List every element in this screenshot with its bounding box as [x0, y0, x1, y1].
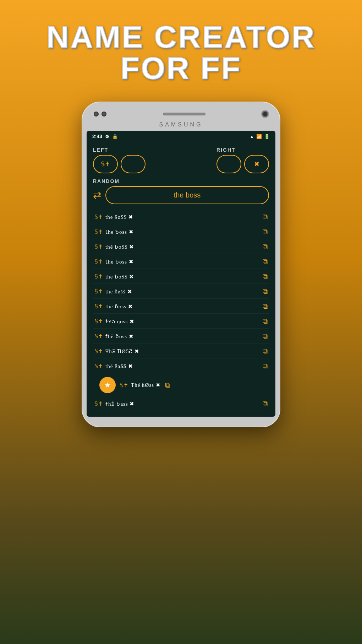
list-item: 𝕊✝ ƭhë ɓöss ✖ ⧉ — [93, 329, 269, 343]
status-time: 2:43 — [92, 134, 102, 139]
result-name: ƭhë ɓöss ✖ — [105, 333, 134, 340]
item-prefix-symbol: 𝕊✝ — [94, 333, 103, 340]
lr-container: LEFT 𝕊✝ RIGHT — [93, 147, 269, 173]
copy-icon[interactable]: ⧉ — [263, 243, 268, 251]
copy-icon[interactable]: ⧉ — [263, 317, 268, 325]
copy-icon[interactable]: ⧉ — [263, 332, 268, 340]
item-prefix-symbol: 𝕊✝ — [94, 273, 103, 280]
settings-icon: ⚙ — [105, 134, 109, 139]
copy-icon[interactable]: ⧉ — [263, 228, 268, 236]
item-prefix-symbol: 𝕊✝ — [94, 228, 103, 235]
result-name: the ßøšš ✖ — [105, 288, 132, 295]
result-text: 𝕊✝ ɬʏǝ qoss ✖ — [94, 318, 135, 325]
result-name: the ƅo$$ ✖ — [105, 274, 134, 280]
result-name: the ɓoss ✖ — [105, 303, 133, 310]
symbol-icon-4: ✖ — [254, 160, 259, 168]
app-content: LEFT 𝕊✝ RIGHT — [87, 141, 275, 417]
phone-screen: 2:43 ⚙ 🔒 ▲ 📶 🔋 LEFT — [87, 131, 275, 417]
item-prefix-symbol: 𝕊✝ — [94, 213, 103, 220]
results-list: 𝕊✝ the ßø$$ ✖ ⧉ 𝕊✝ ƭhe ƅoss ✖ ⧉ — [93, 210, 269, 373]
list-item: 𝕊✝ the ƅo$$ ✖ ⧉ — [93, 270, 269, 284]
copy-icon[interactable]: ⧉ — [263, 347, 268, 355]
phone-wrapper: SAMSUNG 2:43 ⚙ 🔒 ▲ 📶 🔋 — [0, 102, 362, 427]
result-text: 𝕊✝ ƭhe ƅoss ✖ — [94, 228, 134, 235]
result-name-bottom: Ŧhé ßØss ✖ — [131, 382, 161, 388]
result-text: 𝕊✝ ƭhe ɓoss ✖ — [94, 258, 134, 265]
result-text-partial: 𝕊✝ ɬhÈ ɓass ✖ — [94, 400, 135, 407]
random-section: RANDOM ⇄ the boss — [93, 178, 269, 204]
phone-frame: SAMSUNG 2:43 ⚙ 🔒 ▲ 📶 🔋 — [82, 102, 280, 427]
left-symbol-btn-1[interactable]: 𝕊✝ — [93, 155, 118, 173]
status-right: ▲ 📶 🔋 — [249, 134, 270, 139]
front-camera — [262, 111, 268, 117]
list-item: 𝕊✝ the ɓoss ✖ ⧉ — [93, 299, 269, 314]
list-item-partial: 𝕊✝ ɬhÈ ɓass ✖ ⧉ — [93, 397, 269, 411]
app-title-section: NAME CREATOR FOR FF — [0, 0, 362, 94]
phone-top-hardware — [87, 108, 275, 121]
result-name: thé ßa$$ ✖ — [105, 363, 133, 369]
camera-group — [94, 112, 106, 117]
copy-icon[interactable]: ⧉ — [263, 213, 268, 221]
bottom-bar: ★ 𝕊✝ Ŧhé ßØss ✖ ⧉ — [93, 373, 269, 397]
app-title: NAME CREATOR FOR FF — [0, 21, 362, 84]
random-row: ⇄ the boss — [93, 186, 269, 204]
result-name: ɬʏǝ qoss ✖ — [105, 318, 135, 325]
status-bar: 2:43 ⚙ 🔒 ▲ 📶 🔋 — [87, 131, 275, 141]
signal-icon: 📶 — [256, 134, 262, 139]
item-prefix-symbol: 𝕊✝ — [94, 303, 103, 310]
copy-icon[interactable]: ⧉ — [263, 287, 268, 296]
copy-icon[interactable]: ⧉ — [263, 302, 268, 310]
star-icon: ★ — [104, 381, 111, 389]
result-name: thē ɓo$$ ✖ — [105, 244, 134, 250]
right-symbol-btn-1[interactable] — [216, 155, 241, 173]
list-item: 𝕊✝ thé ßa$$ ✖ ⧉ — [93, 359, 269, 373]
result-text: 𝕊✝ thé ßa$$ ✖ — [94, 363, 133, 369]
result-text: 𝕊✝ the ɓoss ✖ — [94, 303, 133, 310]
camera-dot-1 — [94, 112, 99, 117]
copy-icon[interactable]: ⧉ — [263, 272, 268, 281]
shuffle-icon[interactable]: ⇄ — [93, 189, 101, 201]
random-label: RANDOM — [93, 178, 269, 184]
phone-speaker — [163, 113, 205, 115]
symbol-icon-1: 𝕊✝ — [101, 160, 110, 168]
battery-lock-icon: 🔒 — [112, 134, 118, 139]
battery-icon: 🔋 — [264, 134, 270, 139]
left-buttons: 𝕊✝ — [93, 155, 146, 173]
status-left: 2:43 ⚙ 🔒 — [92, 134, 118, 139]
copy-icon[interactable]: ⧉ — [263, 362, 268, 370]
copy-icon-partial[interactable]: ⧉ — [263, 400, 268, 408]
result-name-partial: ɬhÈ ɓass ✖ — [105, 401, 135, 407]
result-text: 𝕊✝ the ßø$$ ✖ — [94, 213, 133, 220]
right-buttons: ✖ — [216, 155, 269, 173]
list-item: 𝕊✝ ƭhe ƅoss ✖ ⧉ — [93, 225, 269, 239]
left-label: LEFT — [93, 147, 108, 153]
right-label: RIGHT — [216, 147, 236, 153]
brand-label: SAMSUNG — [87, 121, 275, 128]
result-text: 𝕊✝ thē ɓo$$ ✖ — [94, 243, 134, 250]
item-prefix-symbol: 𝕊✝ — [94, 258, 103, 265]
list-item: 𝕊✝ ƭhe ɓoss ✖ ⧉ — [93, 255, 269, 269]
result-name: ƭhe ɓoss ✖ — [105, 259, 134, 265]
item-prefix-symbol: 𝕊✝ — [94, 243, 103, 250]
list-item: 𝕊✝ thē ɓo$$ ✖ ⧉ — [93, 240, 269, 254]
left-symbol-btn-2[interactable] — [121, 155, 146, 173]
result-text: 𝕊✝ ŦhΞ ƁØ5Ƨ ✖ — [94, 348, 139, 355]
item-prefix-symbol: 𝕊✝ — [94, 348, 103, 355]
list-item: 𝕊✝ the ßø$$ ✖ ⧉ — [93, 210, 269, 224]
left-group: LEFT 𝕊✝ — [93, 147, 146, 173]
copy-icon-bottom[interactable]: ⧉ — [165, 381, 170, 389]
copy-icon[interactable]: ⧉ — [263, 258, 268, 266]
result-text: 𝕊✝ ƭhë ɓöss ✖ — [94, 333, 134, 340]
right-group: RIGHT ✖ — [216, 147, 269, 173]
list-item: 𝕊✝ ŦhΞ ƁØ5Ƨ ✖ ⧉ — [93, 344, 269, 358]
list-item: 𝕊✝ the ßøšš ✖ ⧉ — [93, 285, 269, 299]
right-symbol-btn-2[interactable]: ✖ — [244, 155, 269, 173]
favorites-button[interactable]: ★ — [99, 377, 116, 393]
item-prefix-symbol: 𝕊✝ — [94, 363, 103, 369]
name-display[interactable]: the boss — [105, 186, 269, 204]
result-text: 𝕊✝ the ßøšš ✖ — [94, 288, 132, 295]
result-text-bottom: 𝕊✝ Ŧhé ßØss ✖ — [120, 382, 161, 389]
item-prefix-symbol-partial: 𝕊✝ — [94, 400, 103, 407]
result-name: ƭhe ƅoss ✖ — [105, 229, 134, 235]
wifi-icon: ▲ — [249, 134, 254, 139]
